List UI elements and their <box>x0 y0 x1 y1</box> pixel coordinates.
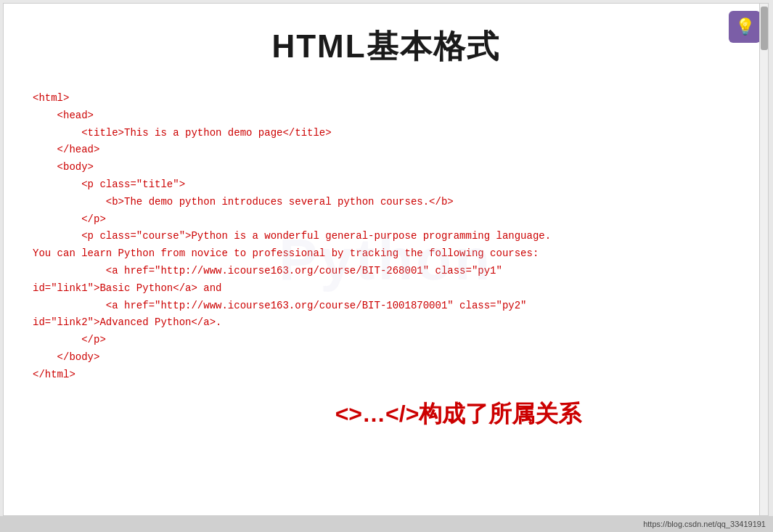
code-line: <title>This is a python demo page</title… <box>33 125 739 142</box>
bulb-button[interactable]: 💡 <box>729 11 761 43</box>
bottom-url: https://blog.csdn.net/qq_33419191 <box>643 520 766 528</box>
code-line: <p class="course">Python is a wonderful … <box>33 228 739 245</box>
code-line: id="link1">Basic Python</a> and <box>33 280 739 298</box>
code-line: </p> <box>33 332 739 349</box>
code-area: <html> <head> <title>This is a python de… <box>4 83 768 391</box>
main-slide: Python 💡 HTML基本格式 <html> <head> <title>T… <box>3 3 769 516</box>
code-line: <head> <box>33 107 739 125</box>
page-title: HTML基本格式 <box>271 28 499 64</box>
code-line: <a href="http://www.icourse163.org/cours… <box>33 263 739 280</box>
scrollbar[interactable] <box>759 4 768 515</box>
annotation: <>…</>构成了所属关系 <box>149 398 768 430</box>
code-line: <body> <box>33 159 739 176</box>
code-line: </body> <box>33 349 739 367</box>
code-line: You can learn Python from novice to prof… <box>33 245 739 263</box>
title-area: HTML基本格式 <box>4 4 768 83</box>
code-line: <b>The demo python introduces several py… <box>33 194 739 211</box>
code-line: id="link2">Advanced Python</a>. <box>33 314 739 332</box>
code-line: </p> <box>33 211 739 229</box>
code-line: </html> <box>33 367 739 384</box>
code-line: <html> <box>33 90 739 107</box>
code-line: <a href="http://www.icourse163.org/cours… <box>33 298 739 315</box>
bulb-icon: 💡 <box>735 17 755 36</box>
bottom-bar: https://blog.csdn.net/qq_33419191 <box>0 516 773 532</box>
scrollbar-thumb[interactable] <box>761 7 768 50</box>
code-line: <p class="title"> <box>33 176 739 194</box>
code-line: </head> <box>33 142 739 159</box>
